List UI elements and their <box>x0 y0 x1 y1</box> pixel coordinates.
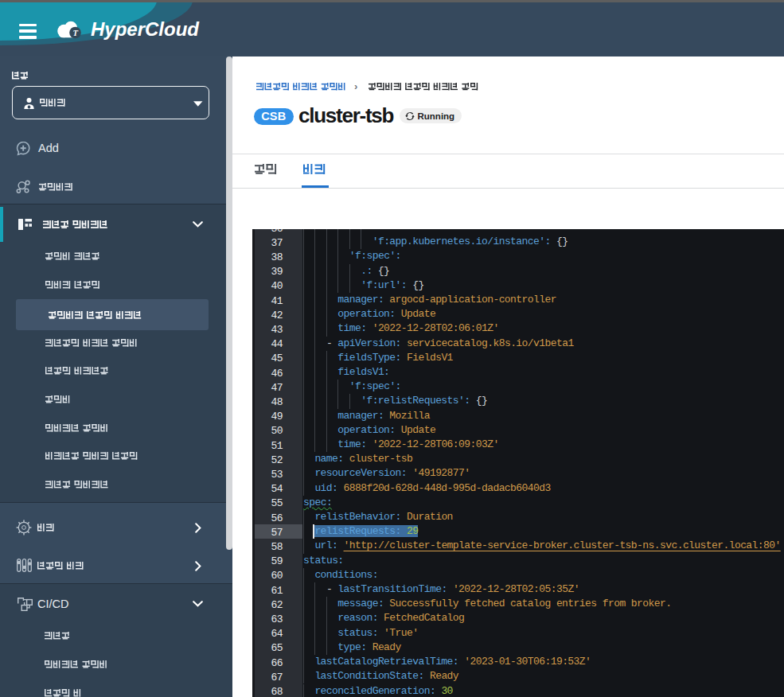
svg-text:T: T <box>72 29 78 37</box>
